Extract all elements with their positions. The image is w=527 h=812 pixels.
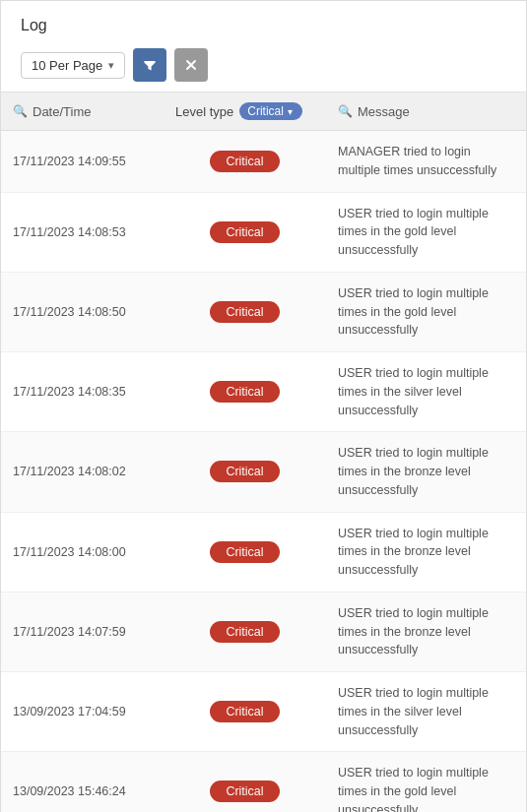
cell-level: Critical: [164, 512, 326, 592]
cell-message: USER tried to login multiple times in th…: [326, 752, 526, 812]
critical-badge: Critical: [210, 381, 279, 403]
critical-badge: Critical: [210, 701, 279, 722]
critical-badge: Critical: [210, 781, 279, 802]
table-row: 17/11/2023 14:08:00CriticalUSER tried to…: [1, 512, 526, 592]
table-row: 13/09/2023 17:04:59CriticalUSER tried to…: [1, 672, 526, 752]
search-icon-datetime: 🔍: [13, 104, 28, 118]
cell-message: USER tried to login multiple times in th…: [326, 592, 526, 671]
top-bar: Log 10 Per Page ▾: [1, 1, 526, 93]
chevron-down-icon-filter: ▾: [288, 106, 293, 117]
cell-datetime: 17/11/2023 14:09:55: [1, 131, 164, 193]
critical-badge: Critical: [210, 541, 279, 563]
filter-button[interactable]: [133, 48, 166, 82]
col-header-level: Level type Critical ▾: [164, 93, 326, 131]
cell-level: Critical: [164, 352, 326, 432]
cell-level: Critical: [164, 752, 326, 812]
table-row: 13/09/2023 15:46:24CriticalUSER tried to…: [1, 752, 526, 812]
critical-badge: Critical: [210, 461, 279, 482]
col-label-datetime: Date/Time: [33, 104, 91, 119]
cell-datetime: 17/11/2023 14:08:00: [1, 512, 164, 592]
level-filter-badge[interactable]: Critical ▾: [239, 102, 302, 120]
cell-level: Critical: [164, 592, 326, 671]
filter-badge-text: Critical: [247, 104, 284, 118]
cell-datetime: 17/11/2023 14:08:50: [1, 272, 164, 351]
close-icon: [183, 57, 199, 73]
cell-message: USER tried to login multiple times in th…: [326, 512, 526, 592]
cell-message: MANAGER tried to login multiple times un…: [326, 131, 526, 193]
table-row: 17/11/2023 14:08:53CriticalUSER tried to…: [1, 192, 526, 272]
level-type-label: Level type: [175, 104, 233, 119]
toolbar: 10 Per Page ▾: [21, 48, 506, 82]
table-row: 17/11/2023 14:08:02CriticalUSER tried to…: [1, 432, 526, 512]
table-row: 17/11/2023 14:08:35CriticalUSER tried to…: [1, 352, 526, 432]
col-header-datetime: 🔍 Date/Time: [1, 93, 164, 131]
critical-badge: Critical: [210, 301, 279, 323]
cell-message: USER tried to login multiple times in th…: [326, 432, 526, 512]
critical-badge: Critical: [210, 151, 279, 172]
chevron-down-icon: ▾: [108, 59, 114, 72]
cell-level: Critical: [164, 272, 326, 351]
page-wrapper: Log 10 Per Page ▾: [0, 0, 527, 812]
log-table: 🔍 Date/Time Level type Critical ▾: [1, 93, 526, 812]
cell-level: Critical: [164, 131, 326, 193]
search-icon-message: 🔍: [338, 104, 353, 118]
cell-message: USER tried to login multiple times in th…: [326, 272, 526, 351]
per-page-dropdown[interactable]: 10 Per Page ▾: [21, 52, 125, 79]
table-row: 17/11/2023 14:07:59CriticalUSER tried to…: [1, 592, 526, 671]
per-page-label: 10 Per Page: [32, 58, 102, 73]
cell-datetime: 17/11/2023 14:07:59: [1, 592, 164, 671]
filter-icon: [142, 57, 158, 73]
table-row: 17/11/2023 14:08:50CriticalUSER tried to…: [1, 272, 526, 351]
clear-button[interactable]: [174, 48, 208, 82]
critical-badge: Critical: [210, 221, 279, 243]
critical-badge: Critical: [210, 621, 279, 643]
cell-message: USER tried to login multiple times in th…: [326, 672, 526, 752]
table-header-row: 🔍 Date/Time Level type Critical ▾: [1, 93, 526, 131]
cell-message: USER tried to login multiple times in th…: [326, 352, 526, 432]
cell-message: USER tried to login multiple times in th…: [326, 192, 526, 272]
cell-datetime: 13/09/2023 15:46:24: [1, 752, 164, 812]
log-table-container: 🔍 Date/Time Level type Critical ▾: [1, 93, 526, 812]
cell-level: Critical: [164, 672, 326, 752]
cell-datetime: 13/09/2023 17:04:59: [1, 672, 164, 752]
cell-level: Critical: [164, 192, 326, 272]
table-row: 17/11/2023 14:09:55CriticalMANAGER tried…: [1, 131, 526, 193]
col-header-message: 🔍 Message: [326, 93, 526, 131]
cell-datetime: 17/11/2023 14:08:53: [1, 192, 164, 272]
page-title: Log: [21, 17, 506, 34]
cell-datetime: 17/11/2023 14:08:02: [1, 432, 164, 512]
cell-datetime: 17/11/2023 14:08:35: [1, 352, 164, 432]
table-body: 17/11/2023 14:09:55CriticalMANAGER tried…: [1, 131, 526, 813]
col-label-message: Message: [358, 104, 410, 119]
cell-level: Critical: [164, 432, 326, 512]
